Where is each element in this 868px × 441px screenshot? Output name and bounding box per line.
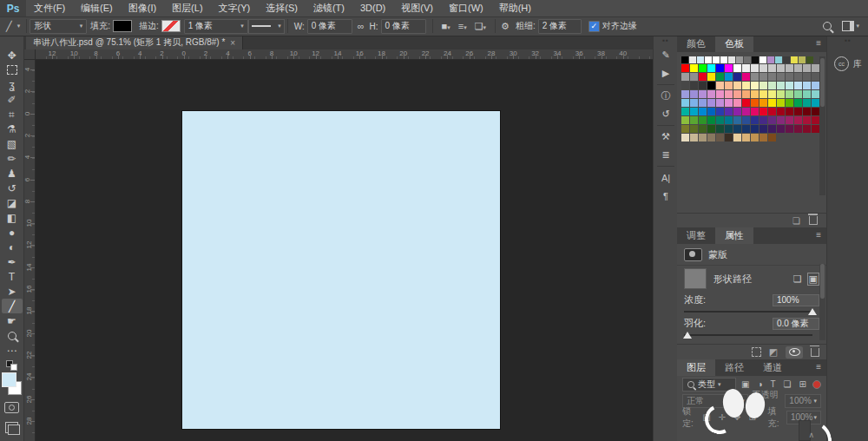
layers-tab-0[interactable]: 图层 [677,359,715,376]
type-tool[interactable]: T [2,269,23,284]
swatch[interactable] [699,125,707,133]
density-slider-knob[interactable] [808,308,817,315]
dodge-tool[interactable]: ◐ [2,240,23,254]
path-alignment-button[interactable]: ≡▾ [456,21,470,31]
swatch[interactable] [777,73,785,81]
swatch[interactable] [803,90,811,98]
swatch[interactable] [681,56,688,63]
swatch[interactable] [760,125,767,133]
layers-tab-1[interactable]: 路径 [715,359,753,376]
stroke-type-select[interactable]: ▾ [248,19,285,34]
quick-mask-button[interactable] [4,402,19,413]
swatch[interactable] [768,99,776,107]
swatch[interactable] [681,64,689,72]
properties-scrollbar[interactable] [819,264,825,340]
swatch[interactable] [794,73,802,81]
screen-mode-button[interactable] [5,422,18,433]
swatch[interactable] [806,56,813,63]
swatch[interactable] [725,82,733,89]
swatch[interactable] [760,99,767,107]
swatch[interactable] [812,99,819,107]
panel-menu-icon[interactable]: ≡ [816,38,821,48]
swatch[interactable] [733,82,741,89]
swatch[interactable] [760,82,767,89]
swatch[interactable] [775,56,782,63]
swatch[interactable] [786,82,793,89]
swatch[interactable] [777,116,785,124]
shape-height-input[interactable]: 0 像素 [381,19,426,34]
mask-selection-icon[interactable] [752,347,761,357]
swatch[interactable] [803,99,811,107]
swatch[interactable] [733,64,741,72]
workspace-switcher[interactable]: ▾ [842,21,859,31]
swatch[interactable] [681,134,689,142]
feather-slider-knob[interactable] [683,332,692,339]
swatch[interactable] [728,56,735,63]
swatch[interactable] [733,73,741,81]
menu-item-6[interactable]: 滤镜(T) [306,0,352,16]
panel-menu-icon[interactable]: ≡ [816,362,821,372]
swatch[interactable] [794,64,802,72]
swatch[interactable] [803,64,811,72]
filter-shape-layers-icon[interactable]: ❏ [782,379,793,389]
path-arrangement-button[interactable]: ❏▾ [472,21,489,32]
swatches-tab-1[interactable]: 色板 [715,36,753,52]
swatch[interactable] [707,108,715,115]
swatch[interactable] [725,125,733,133]
history-icon[interactable]: ↺ [654,105,678,123]
swatch[interactable] [803,73,811,81]
swatch[interactable] [786,125,793,133]
swatch[interactable] [733,90,741,98]
swatch[interactable] [751,116,759,124]
swatch[interactable] [690,134,698,142]
document-canvas[interactable] [182,111,500,429]
delete-swatch-button[interactable] [809,216,818,225]
swatch[interactable] [760,116,767,124]
swatch[interactable] [751,99,759,107]
swatch[interactable] [733,125,741,133]
healing-brush-tool[interactable]: ▧ [2,136,23,151]
swatch[interactable] [783,56,790,63]
swatch[interactable] [699,108,707,115]
swatch[interactable] [777,125,785,133]
swatch[interactable] [716,99,724,107]
swatch[interactable] [791,56,798,63]
swatch[interactable] [803,125,811,133]
pen-tool[interactable]: ✒ [2,254,23,269]
swatch[interactable] [716,73,724,81]
blur-tool[interactable]: ● [2,225,23,240]
swatches-scrollbar[interactable] [819,56,825,195]
path-selection-tool[interactable]: ➤ [2,284,23,299]
swatch[interactable] [725,64,733,72]
swatch[interactable] [812,64,819,72]
swatch[interactable] [690,73,698,81]
swatch[interactable] [752,56,759,63]
geometry-options-gear-icon[interactable]: ⚙ [498,21,512,32]
select-vector-mask-icon[interactable]: ▣ [807,273,819,286]
quick-selection-tool[interactable]: ✐ [2,92,23,107]
swatch[interactable] [716,125,724,133]
swatch[interactable] [707,99,715,107]
layer-filter-toggle[interactable] [812,380,821,389]
swatch[interactable] [768,108,776,115]
swatch[interactable] [681,90,689,98]
swatch[interactable] [742,82,750,89]
swatch[interactable] [725,116,733,124]
swatch[interactable] [733,108,741,115]
swatch[interactable] [690,125,698,133]
stroke-swatch[interactable] [161,20,181,32]
swatch[interactable] [725,90,733,98]
swatch[interactable] [744,56,751,63]
swatch[interactable] [803,108,811,115]
swatch[interactable] [716,64,724,72]
swatch[interactable] [799,56,806,63]
swatch[interactable] [794,116,802,124]
shape-path-thumbnail[interactable] [684,268,707,289]
swatch[interactable] [689,56,696,63]
swatch[interactable] [777,90,785,98]
opacity-input[interactable]: 100%▾ [785,394,821,408]
menu-item-10[interactable]: 帮助(H) [491,0,539,16]
swatch[interactable] [742,64,750,72]
dock-grip[interactable]: ▪▪ [827,36,868,46]
swatch[interactable] [803,82,811,89]
